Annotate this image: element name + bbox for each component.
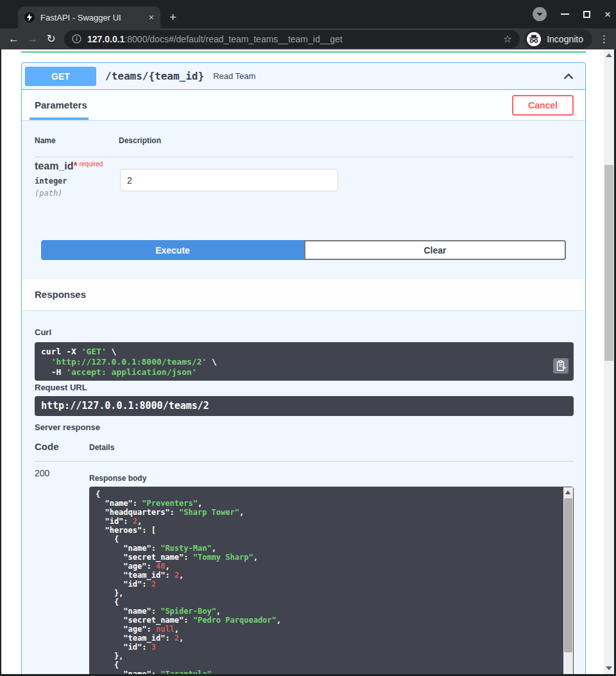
- endpoint-summary: Read Team: [213, 71, 255, 81]
- close-button[interactable]: ×: [604, 9, 611, 20]
- browser-window: FastAPI - Swagger UI × + × ← → ↻: [0, 0, 616, 676]
- table-header-divider: [35, 157, 574, 157]
- parameters-section-header: Parameters Cancel: [22, 90, 585, 120]
- previous-post-block-edge: [21, 51, 586, 53]
- url-text: 127.0.0.1:8000/docs#/default/read_team_t…: [87, 34, 497, 44]
- tab-close-icon[interactable]: ×: [149, 13, 154, 22]
- page-scroll-down-icon[interactable]: [606, 666, 612, 670]
- get-method-badge: GET: [25, 67, 96, 86]
- parameter-row: team_id*required integer (path): [35, 160, 103, 198]
- tab-title: FastAPI - Swagger UI: [40, 13, 143, 22]
- url-bar[interactable]: 127.0.0.1:8000/docs#/default/read_team_t…: [64, 30, 520, 48]
- url-host: 127.0.0.1: [87, 34, 124, 44]
- page-content: GET /teams/{team_id} Read Team Parameter…: [1, 49, 604, 674]
- tab-parameters[interactable]: Parameters: [35, 100, 87, 110]
- param-name: team_id: [35, 160, 73, 171]
- new-tab-button[interactable]: +: [169, 11, 176, 23]
- operation-header[interactable]: GET /teams/{team_id} Read Team: [22, 63, 585, 90]
- response-details-header: Details: [89, 443, 114, 452]
- bookmark-star-icon[interactable]: ☆: [503, 34, 512, 44]
- collapse-chevron-icon[interactable]: [562, 70, 575, 83]
- column-header-name: Name: [35, 136, 56, 145]
- browser-update-icon[interactable]: [533, 7, 547, 21]
- site-info-icon[interactable]: [72, 34, 81, 44]
- clipboard-icon: [553, 358, 569, 374]
- response-scrollbar-thumb[interactable]: [564, 498, 572, 652]
- browser-menu-icon[interactable]: ⋮: [599, 33, 609, 45]
- clear-button[interactable]: Clear: [304, 240, 566, 260]
- curl-code-block: curl -X 'GET' \ 'http://127.0.0.1:8000/t…: [35, 342, 574, 381]
- tab-strip: FastAPI - Swagger UI × + ×: [0, 0, 616, 28]
- page-scroll-up-icon[interactable]: [606, 53, 612, 57]
- reload-button[interactable]: ↻: [42, 33, 60, 44]
- incognito-icon: [527, 32, 541, 46]
- execute-button[interactable]: Execute: [41, 240, 304, 260]
- get-operation-block: GET /teams/{team_id} Read Team Parameter…: [21, 62, 586, 674]
- scroll-up-arrow-icon[interactable]: [565, 490, 570, 494]
- required-asterisk: *: [73, 160, 77, 171]
- url-path: :8000/docs#/default/read_team_teams__tea…: [124, 34, 342, 44]
- minimize-button[interactable]: [561, 13, 569, 15]
- request-url-text: http://127.0.0.1:8000/teams/2: [41, 400, 209, 412]
- window-controls: ×: [533, 0, 611, 28]
- parameters-tab-underline: [30, 117, 89, 120]
- page-scrollbar[interactable]: [604, 49, 614, 674]
- response-status-code: 200: [35, 468, 49, 478]
- response-body-scrollbar[interactable]: [563, 487, 573, 674]
- maximize-button[interactable]: [583, 11, 590, 18]
- response-body-container: { "name": "Preventers", "headquarters": …: [89, 487, 574, 674]
- responses-title: Responses: [35, 289, 86, 300]
- curl-label: Curl: [35, 327, 51, 337]
- param-type: integer: [35, 177, 103, 186]
- fastapi-favicon-icon: [24, 12, 35, 22]
- response-body-label: Response body: [89, 474, 146, 483]
- back-button[interactable]: ←: [5, 33, 22, 44]
- browser-tab[interactable]: FastAPI - Swagger UI ×: [18, 6, 160, 28]
- incognito-label: Incognito: [547, 34, 583, 44]
- browser-toolbar: ← → ↻ 127.0.0.1:8000/docs#/default/read_…: [0, 28, 616, 49]
- request-url-label: Request URL: [35, 383, 87, 392]
- required-badge: required: [80, 160, 103, 168]
- param-location: (path): [35, 189, 103, 198]
- request-url-block: http://127.0.0.1:8000/teams/2: [35, 396, 574, 416]
- response-body-block: { "name": "Preventers", "headquarters": …: [89, 487, 574, 674]
- response-table-divider: [35, 461, 574, 462]
- responses-section-header: Responses: [22, 278, 585, 310]
- page-scrollbar-thumb[interactable]: [604, 165, 613, 361]
- forward-button[interactable]: →: [24, 33, 41, 44]
- endpoint-path: /teams/{team_id}: [105, 70, 204, 82]
- cancel-button[interactable]: Cancel: [512, 95, 574, 116]
- incognito-badge: Incognito: [524, 30, 592, 49]
- response-code-header: Code: [35, 441, 59, 452]
- copy-to-clipboard-button[interactable]: [553, 358, 569, 374]
- server-response-label: Server response: [35, 422, 100, 432]
- team-id-input[interactable]: [120, 169, 338, 191]
- column-header-description: Description: [119, 136, 161, 145]
